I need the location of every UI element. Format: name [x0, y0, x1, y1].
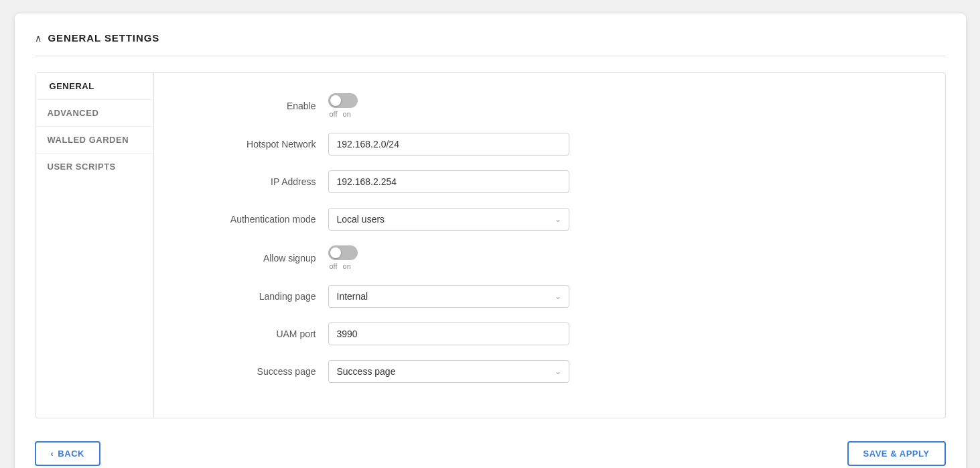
back-chevron-icon: ‹	[51, 449, 54, 459]
allow-signup-thumb	[330, 247, 341, 258]
auth-mode-select-wrap: Local users RADIUS None ⌄	[328, 208, 569, 231]
enable-label: Enable	[194, 101, 328, 111]
enable-toggle-labels: off on	[328, 110, 351, 118]
ip-address-input[interactable]	[328, 170, 569, 193]
save-apply-button[interactable]: SAVE & APPLY	[847, 441, 946, 466]
enable-track	[328, 93, 358, 108]
content-area: GENERAL ADVANCED WALLED GARDEN USER SCRI…	[35, 72, 946, 418]
allow-signup-toggle-wrap: off on	[328, 245, 358, 270]
auth-mode-label: Authentication mode	[194, 214, 328, 225]
form-row-allow-signup: Allow signup off on	[194, 245, 905, 270]
form-row-landing-page: Landing page Internal External Custom ⌄	[194, 285, 905, 308]
success-page-select[interactable]: Success page Custom None	[328, 360, 569, 383]
form-row-uam-port: UAM port	[194, 323, 905, 345]
page-header: ∧ GENERAL SETTINGS	[35, 32, 946, 44]
success-page-select-wrap: Success page Custom None ⌄	[328, 360, 569, 383]
hotspot-network-label: Hotspot Network	[194, 139, 328, 150]
form-row-enable: Enable off on	[194, 93, 905, 118]
landing-page-select[interactable]: Internal External Custom	[328, 285, 569, 308]
sidebar-item-user-scripts[interactable]: USER SCRIPTS	[36, 154, 153, 180]
form-row-hotspot-network: Hotspot Network	[194, 133, 905, 156]
collapse-icon[interactable]: ∧	[35, 33, 42, 44]
enable-toggle[interactable]	[328, 93, 358, 108]
sidebar-item-walled-garden[interactable]: WALLED GARDEN	[36, 127, 153, 154]
allow-signup-track	[328, 245, 358, 260]
auth-mode-select[interactable]: Local users RADIUS None	[328, 208, 569, 231]
landing-page-select-wrap: Internal External Custom ⌄	[328, 285, 569, 308]
header-divider	[35, 56, 946, 56]
footer: ‹ BACK SAVE & APPLY	[35, 432, 946, 466]
uam-port-wrap	[328, 323, 569, 345]
enable-toggle-wrap: off on	[328, 93, 358, 118]
allow-signup-off-label: off	[330, 262, 338, 270]
main-panel: Enable off on Hotspot Network	[154, 72, 946, 418]
back-button[interactable]: ‹ BACK	[35, 441, 101, 466]
allow-signup-toggle[interactable]	[328, 245, 358, 260]
form-row-success-page: Success page Success page Custom None ⌄	[194, 360, 905, 383]
enable-on-label: on	[343, 110, 351, 118]
landing-page-label: Landing page	[194, 291, 328, 302]
sidebar: GENERAL ADVANCED WALLED GARDEN USER SCRI…	[35, 72, 154, 418]
allow-signup-label: Allow signup	[194, 253, 328, 264]
sidebar-item-general[interactable]: GENERAL	[36, 73, 153, 100]
allow-signup-toggle-labels: off on	[328, 262, 351, 270]
hotspot-network-wrap	[328, 133, 569, 156]
page-container: ∧ GENERAL SETTINGS GENERAL ADVANCED WALL…	[15, 13, 966, 468]
enable-off-label: off	[330, 110, 338, 118]
ip-address-wrap	[328, 170, 569, 193]
success-page-label: Success page	[194, 366, 328, 377]
uam-port-label: UAM port	[194, 329, 328, 339]
hotspot-network-input[interactable]	[328, 133, 569, 156]
enable-thumb	[330, 95, 341, 106]
page-title: GENERAL SETTINGS	[48, 32, 160, 44]
sidebar-item-advanced[interactable]: ADVANCED	[36, 100, 153, 127]
form-row-ip-address: IP Address	[194, 170, 905, 193]
ip-address-label: IP Address	[194, 176, 328, 187]
back-label: BACK	[58, 449, 84, 459]
uam-port-input[interactable]	[328, 323, 569, 345]
allow-signup-on-label: on	[343, 262, 351, 270]
form-row-auth-mode: Authentication mode Local users RADIUS N…	[194, 208, 905, 231]
